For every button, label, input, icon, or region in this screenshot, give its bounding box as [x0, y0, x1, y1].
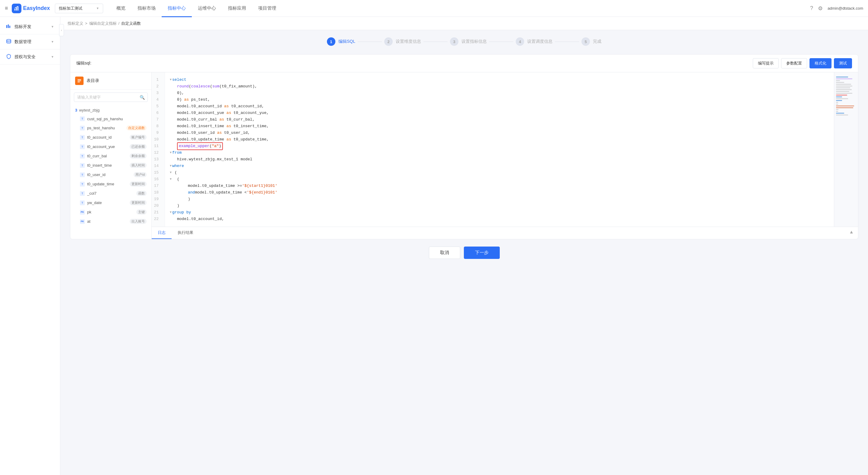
fold-icon-14[interactable]: ▼ [170, 163, 172, 169]
list-item[interactable]: FK at 出入账号 [70, 217, 151, 226]
step-1: 1 编辑SQL [327, 37, 355, 46]
editor-panel: 编辑sql: 编写提示 参数配置 格式化 测试 [70, 54, 858, 239]
group-num-icon: 3 [75, 108, 77, 112]
fold-icon-16[interactable]: ▼ [170, 176, 172, 183]
code-line-15: ▼ ( [170, 169, 829, 176]
table-icon: T [80, 154, 85, 159]
nav-project[interactable]: 项目管理 [252, 0, 282, 17]
code-lines[interactable]: 1 2 3 4 5 6 7 8 9 10 11 [152, 72, 858, 227]
list-item[interactable]: T t0_curr_bal 剩余余额 [70, 151, 151, 161]
list-item[interactable]: T t0_insert_time 插入时间 [70, 161, 151, 170]
keyword-select: select [172, 76, 186, 83]
code-text: model.t0_account_yue as t0_account_yue, [177, 110, 269, 116]
list-item[interactable]: T cust_sql_ps_hanshu [70, 114, 151, 123]
settings-icon[interactable]: ⚙ [818, 5, 823, 12]
list-item[interactable]: T _col7 函数 [70, 189, 151, 198]
sidebar-item-auth[interactable]: 授权与安全 ▼ [0, 49, 60, 64]
list-item[interactable]: T t0_account_id 账户编号 [70, 133, 151, 142]
code-text: (t0_fix_amount), [219, 83, 257, 90]
item-label: t0_curr_bal [87, 154, 127, 158]
code-line-16: ▼ ( [170, 176, 829, 183]
breadcrumb-sep-2: / [119, 21, 120, 26]
list-item[interactable]: T t0_user_id 用户id [70, 170, 151, 179]
hint-button[interactable]: 编写提示 [753, 58, 779, 68]
svg-rect-2 [18, 6, 19, 10]
sidebar-group-indicator-dev: 指标开发 ▼ [0, 19, 60, 34]
nav-ops[interactable]: 运维中心 [192, 0, 222, 17]
project-dropdown[interactable]: 指标加工测试 ▼ [55, 4, 103, 13]
scroll-top-button[interactable]: ▲ [846, 227, 857, 238]
code-text: 0) as ps_test, [177, 96, 210, 103]
step-3-circle: 3 [450, 37, 459, 46]
step-5: 5 完成 [582, 37, 601, 46]
keyword-where: where [172, 163, 184, 169]
step-4: 4 设置调度信息 [516, 37, 553, 46]
tab-spacer [199, 227, 846, 239]
test-button[interactable]: 测试 [834, 58, 852, 68]
step-5-circle: 5 [582, 37, 590, 46]
nav-overview[interactable]: 概览 [111, 0, 131, 17]
toc-title: 表目录 [87, 78, 99, 83]
table-icon: T [80, 116, 85, 121]
item-badge: 插入时间 [130, 163, 147, 168]
item-badge: 更新时间 [130, 181, 147, 186]
item-badge: 账户编号 [130, 135, 147, 140]
hamburger-icon[interactable]: ≡ [5, 5, 8, 11]
nav-market[interactable]: 指标市场 [131, 0, 162, 17]
list-item[interactable]: T t0_update_time 更新时间 [70, 179, 151, 189]
editor-header: 编辑sql: 编写提示 参数配置 格式化 测试 [70, 55, 858, 72]
fold-icon-12[interactable]: ▼ [170, 149, 172, 156]
item-badge: 自定义函数 [126, 125, 147, 131]
code-text: ( [210, 83, 212, 90]
fold-icon-15[interactable]: ▼ [170, 169, 172, 176]
code-text: model.t0_user_id as t0_user_id, [177, 130, 250, 136]
list-item[interactable]: T t0_account_yue 已还余额 [70, 142, 151, 151]
sidebar-collapse-toggle[interactable]: ‹ [59, 24, 64, 36]
code-line-22: model.t0_account_id, [170, 216, 829, 223]
tab-log[interactable]: 日志 [152, 227, 172, 239]
breadcrumb-part-2: 编辑自定义指标 [89, 21, 117, 26]
svg-rect-1 [16, 7, 17, 10]
list-item[interactable]: T yw_date 更新时间 [70, 198, 151, 207]
toc-header: 表目录 [70, 72, 151, 90]
code-line-2: round(coalesce (sum(t0_fix_amount), [170, 83, 829, 90]
nav-app[interactable]: 指标应用 [222, 0, 252, 17]
sidebar-item-data-mgmt[interactable]: 数据管理 ▼ [0, 34, 60, 49]
breadcrumb-sep-1: > [85, 21, 88, 26]
code-line-1: ▼ select [170, 76, 829, 83]
nav-center[interactable]: 指标中心 [162, 0, 192, 17]
fold-icon-21[interactable]: ▼ [170, 209, 172, 216]
table-icon: T [80, 200, 85, 205]
code-content[interactable]: ▼ select round(coalesce (sum(t0_fix_amou… [165, 72, 834, 227]
list-item[interactable]: PK pk 主键 [70, 207, 151, 217]
code-line-4: 0) as ps_test, [170, 96, 829, 103]
item-label: cust_sql_ps_hanshu [87, 116, 147, 121]
code-text: ( [189, 83, 191, 90]
code-text: ) [177, 203, 180, 209]
tab-result[interactable]: 执行结果 [172, 227, 199, 239]
help-icon[interactable]: ? [810, 5, 813, 11]
param-str-2: '${end1}0101' [247, 189, 277, 196]
nav-right: ? ⚙ admin@dtstack.com [810, 5, 863, 12]
cancel-button[interactable]: 取消 [429, 246, 460, 259]
fold-icon-1[interactable]: ▼ [170, 76, 172, 83]
content-area: 指标定义 > 编辑自定义指标 / 自定义函数 1 编辑SQL 2 设置维度信息 [60, 17, 868, 475]
top-nav: ≡ EasyIndex 指标加工测试 ▼ 概览 指标市场 指标中心 运维中心 指… [0, 0, 868, 17]
sidebar-item-indicator-dev[interactable]: 指标开发 ▼ [0, 19, 60, 34]
next-button[interactable]: 下一步 [464, 246, 500, 259]
code-line-10: model.t0_update_time as t0_update_time, [170, 136, 829, 143]
code-line-11: example_upper("a") [170, 143, 829, 149]
list-item[interactable]: T ps_test_hanshu 自定义函数 [70, 123, 151, 133]
editor-actions: 编写提示 参数配置 格式化 测试 [753, 58, 852, 68]
code-line-8: model.t0_insert_time as t0_insert_time, [170, 123, 829, 130]
item-badge: 用户id [134, 172, 147, 177]
format-button[interactable]: 格式化 [809, 58, 832, 68]
toc-search-input[interactable] [74, 93, 148, 102]
fn-coalesce: coalesce [191, 83, 210, 90]
item-label: t0_update_time [87, 182, 127, 186]
item-badge: 主键 [136, 209, 147, 214]
sidebar-group-data-mgmt: 数据管理 ▼ [0, 34, 60, 49]
fn-round: round [177, 83, 189, 90]
params-button[interactable]: 参数配置 [781, 58, 807, 68]
user-label[interactable]: admin@dtstack.com [828, 6, 863, 10]
